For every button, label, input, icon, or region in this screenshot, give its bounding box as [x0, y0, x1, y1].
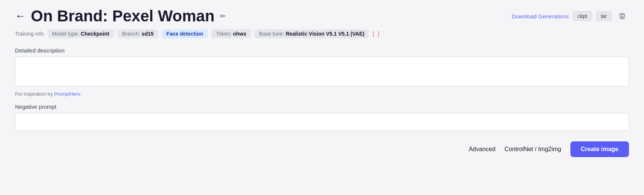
inspiration-prefix: For inspiration try [15, 91, 54, 97]
edit-icon[interactable]: ✏ [220, 12, 226, 21]
page-title: On Brand: Pexel Woman [31, 8, 214, 25]
header-row: ← On Brand: Pexel Woman ✏ Download Gener… [15, 8, 629, 25]
description-label: Detailed description [15, 47, 629, 54]
token-value: ohwx [233, 31, 246, 37]
tar-badge[interactable]: tar [596, 11, 612, 21]
branch-value: sd15 [142, 31, 154, 37]
negative-prompt-input[interactable] [15, 113, 629, 131]
title-section: ← On Brand: Pexel Woman ✏ [15, 8, 226, 25]
download-generations-link[interactable]: Download Generations [511, 13, 569, 20]
bracket-left: [ [373, 31, 374, 37]
inspiration-text: For inspiration try PromptHero [15, 91, 629, 97]
base-tune-label: Base tune: [259, 31, 284, 37]
token-chip: Token: ohwx [211, 29, 251, 38]
header-actions: Download Generations ckpt tar [511, 11, 629, 21]
training-info-label: Training info [15, 31, 44, 37]
face-detection-chip: Face detection [162, 29, 208, 38]
base-tune-value: Realistic Vision V5.1 V5.1 (VAE) [286, 31, 365, 37]
advanced-button[interactable]: Advanced [469, 146, 495, 153]
model-type-value: Checkpoint [81, 31, 109, 37]
controlnet-button[interactable]: ControlNet / Img2img [504, 146, 561, 153]
bracket-right: ] [378, 31, 379, 37]
description-section: Detailed description For inspiration try… [15, 47, 629, 97]
model-type-label: Model type: [52, 31, 79, 37]
description-textarea[interactable] [15, 57, 629, 87]
negative-prompt-label: Negative prompt [15, 104, 629, 110]
back-button[interactable]: ← [15, 11, 26, 21]
ckpt-badge[interactable]: ckpt [573, 11, 592, 21]
create-image-button[interactable]: Create image [570, 141, 629, 157]
negative-prompt-section: Negative prompt [15, 104, 629, 131]
model-type-chip: Model type: Checkpoint [48, 29, 114, 38]
delete-button[interactable] [615, 11, 629, 21]
training-info-row: Training info Model type: Checkpoint Bra… [15, 29, 629, 38]
prompt-hero-link[interactable]: PromptHero [54, 91, 80, 97]
token-label: Token: [216, 31, 231, 37]
base-tune-chip: Base tune: Realistic Vision V5.1 V5.1 (V… [255, 29, 369, 38]
actions-row: Advanced ControlNet / Img2img Create ima… [15, 141, 629, 157]
branch-label: Branch: [122, 31, 140, 37]
branch-chip: Branch: sd15 [118, 29, 158, 38]
